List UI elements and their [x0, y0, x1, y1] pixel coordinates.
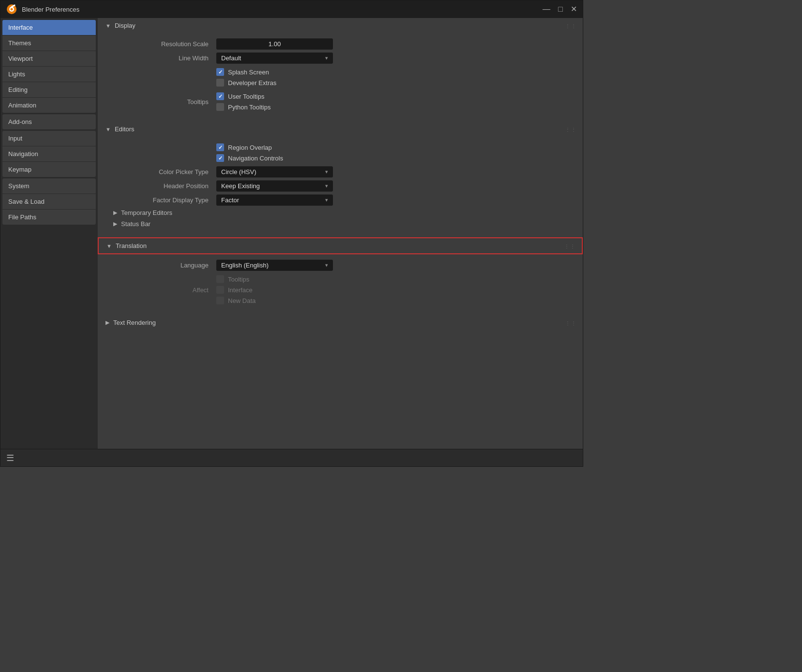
editors-section-header[interactable]: ▼ Editors ⋮⋮ — [98, 122, 583, 137]
text-rendering-section: ▶ Text Rendering ⋮⋮ — [98, 315, 583, 330]
status-bar-subsection[interactable]: ▶ Status Bar — [98, 218, 583, 230]
splash-screen-row: Splash Screen — [216, 67, 450, 77]
sidebar: Interface Themes Viewport Lights Editing… — [0, 18, 98, 449]
translation-section: ▼ Translation ⋮⋮ Language English (Engli… — [98, 237, 583, 315]
display-section: ▼ Display ⋮⋮ Resolution Scale Line Width — [98, 18, 583, 122]
color-picker-row: Color Picker Type Circle (HSV) ▾ — [98, 165, 583, 179]
factor-display-arrow-icon: ▾ — [325, 197, 328, 203]
developer-extras-checkbox[interactable] — [216, 79, 224, 87]
minimize-button[interactable]: — — [542, 5, 550, 13]
translation-section-content: Language English (English) ▾ Affect — [98, 254, 583, 315]
sidebar-item-navigation[interactable]: Navigation — [2, 146, 96, 162]
display-section-content: Resolution Scale Line Width Default ▾ — [98, 33, 583, 122]
main-area: Interface Themes Viewport Lights Editing… — [0, 18, 583, 449]
factor-display-value: Factor — [221, 196, 239, 204]
affect-tooltips-checkbox[interactable] — [216, 275, 224, 283]
affect-new-data-label: New Data — [228, 297, 256, 304]
affect-interface-row: Interface — [216, 284, 450, 295]
translation-section-label: Translation — [116, 242, 147, 249]
text-rendering-section-label: Text Rendering — [113, 319, 156, 326]
color-picker-value: Circle (HSV) — [221, 168, 256, 176]
factor-display-row: Factor Display Type Factor ▾ — [98, 193, 583, 207]
line-width-control: Default ▾ — [216, 53, 450, 64]
affect-tooltips-row: Tooltips — [216, 274, 450, 284]
temporary-editors-subsection[interactable]: ▶ Temporary Editors — [98, 207, 583, 218]
splash-dev-row: Splash Screen Developer Extras — [98, 65, 583, 89]
temporary-editors-chevron-icon: ▶ — [113, 210, 117, 216]
sidebar-item-addons[interactable]: Add-ons — [2, 114, 96, 129]
sidebar-item-input[interactable]: Input — [2, 131, 96, 146]
sidebar-item-save-load[interactable]: Save & Load — [2, 194, 96, 210]
display-section-header[interactable]: ▼ Display ⋮⋮ — [98, 18, 583, 33]
sidebar-item-file-paths[interactable]: File Paths — [2, 210, 96, 225]
sidebar-item-viewport[interactable]: Viewport — [2, 51, 96, 67]
splash-screen-label: Splash Screen — [228, 69, 269, 76]
sidebar-group-input: Input Navigation Keymap — [2, 131, 96, 177]
factor-display-dropdown[interactable]: Factor ▾ — [216, 195, 333, 206]
sidebar-group-interface: Interface Themes Viewport Lights Editing… — [2, 20, 96, 113]
affect-interface-label: Interface — [228, 286, 253, 294]
python-tooltips-checkbox[interactable] — [216, 103, 224, 111]
editors-section: ▼ Editors ⋮⋮ Region Overlap — [98, 122, 583, 237]
translation-section-header[interactable]: ▼ Translation ⋮⋮ — [98, 237, 583, 254]
editors-dots-icon: ⋮⋮ — [565, 126, 577, 132]
sidebar-item-editing[interactable]: Editing — [2, 82, 96, 98]
sidebar-group-addons: Add-ons — [2, 114, 96, 129]
sidebar-group-system: System Save & Load File Paths — [2, 178, 96, 225]
blender-preferences-window: Blender Preferences — □ ✕ Interface Them… — [0, 0, 583, 467]
sidebar-item-lights[interactable]: Lights — [2, 67, 96, 82]
sidebar-item-animation[interactable]: Animation — [2, 98, 96, 113]
header-position-dropdown[interactable]: Keep Existing ▾ — [216, 180, 333, 192]
color-picker-label: Color Picker Type — [109, 168, 216, 176]
language-arrow-icon: ▾ — [325, 262, 328, 268]
resolution-scale-row: Resolution Scale — [98, 37, 583, 51]
header-position-value: Keep Existing — [221, 182, 260, 190]
affect-label: Affect — [109, 286, 216, 294]
affect-new-data-checkbox[interactable] — [216, 297, 224, 304]
close-button[interactable]: ✕ — [571, 5, 577, 13]
navigation-controls-checkbox[interactable] — [216, 154, 224, 162]
window-controls: — □ ✕ — [542, 5, 577, 13]
region-nav-row: Region Overlap Navigation Controls — [98, 141, 583, 165]
text-rendering-chevron-icon: ▶ — [105, 319, 109, 326]
resolution-scale-input[interactable] — [216, 38, 333, 50]
sidebar-item-system[interactable]: System — [2, 178, 96, 194]
svg-point-2 — [11, 8, 13, 11]
status-bar-label: Status Bar — [121, 220, 151, 228]
maximize-button[interactable]: □ — [558, 5, 563, 13]
editors-section-content: Region Overlap Navigation Controls Color… — [98, 137, 583, 237]
display-dots-icon: ⋮⋮ — [565, 23, 577, 28]
status-bar-chevron-icon: ▶ — [113, 221, 117, 227]
line-width-dropdown[interactable]: Default ▾ — [216, 53, 333, 64]
header-position-row: Header Position Keep Existing ▾ — [98, 179, 583, 193]
color-picker-dropdown[interactable]: Circle (HSV) ▾ — [216, 166, 333, 177]
tooltips-row: Tooltips User Tooltips Python Tooltips — [98, 89, 583, 114]
resolution-scale-control — [216, 38, 450, 50]
language-value: English (English) — [221, 262, 269, 269]
temporary-editors-label: Temporary Editors — [121, 209, 172, 216]
affect-tooltips-label: Tooltips — [228, 276, 249, 283]
language-control: English (English) ▾ — [216, 260, 450, 271]
sidebar-item-themes[interactable]: Themes — [2, 35, 96, 51]
hamburger-menu-icon[interactable]: ☰ — [6, 453, 14, 463]
header-position-control: Keep Existing ▾ — [216, 180, 450, 192]
language-dropdown[interactable]: English (English) ▾ — [216, 260, 333, 271]
line-width-label: Line Width — [109, 54, 216, 62]
blender-logo-icon — [6, 4, 17, 15]
color-picker-arrow-icon: ▾ — [325, 169, 328, 175]
resolution-scale-label: Resolution Scale — [109, 40, 216, 48]
language-row: Language English (English) ▾ — [98, 258, 583, 272]
line-width-row: Line Width Default ▾ — [98, 51, 583, 65]
splash-screen-checkbox[interactable] — [216, 68, 224, 76]
developer-extras-label: Developer Extras — [228, 79, 277, 87]
sidebar-item-interface[interactable]: Interface — [2, 20, 96, 35]
region-overlap-checkbox[interactable] — [216, 143, 224, 151]
factor-display-control: Factor ▾ — [216, 195, 450, 206]
header-position-label: Header Position — [109, 182, 216, 190]
python-tooltips-label: Python Tooltips — [228, 104, 271, 111]
affect-interface-checkbox[interactable] — [216, 286, 224, 294]
user-tooltips-checkbox[interactable] — [216, 92, 224, 100]
titlebar: Blender Preferences — □ ✕ — [0, 0, 583, 18]
text-rendering-section-header[interactable]: ▶ Text Rendering ⋮⋮ — [98, 315, 583, 330]
sidebar-item-keymap[interactable]: Keymap — [2, 162, 96, 177]
